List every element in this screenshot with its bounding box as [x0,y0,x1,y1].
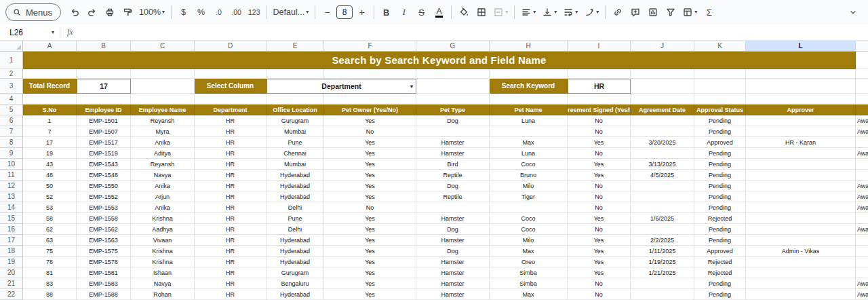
table-cell[interactable]: No [568,191,631,202]
cell[interactable] [23,69,77,79]
cell[interactable] [195,69,267,79]
table-cell[interactable]: Yes [324,267,416,278]
select-all-corner[interactable] [0,41,23,52]
name-box[interactable]: L26 ▾ [0,24,58,40]
table-cell[interactable]: EMP-1575 [77,246,131,257]
cell[interactable] [416,69,490,79]
table-header-5[interactable]: Pet Owner (Yes/No) [324,105,416,115]
font-family-select[interactable]: Defaul...▾ [271,3,312,21]
table-cell[interactable] [490,126,568,137]
table-cell-overflow[interactable]: Awa [856,202,868,213]
table-cell[interactable]: Yes [324,148,416,159]
table-cell[interactable] [631,289,694,300]
table-cell[interactable] [746,278,856,289]
table-cell[interactable] [631,115,694,126]
table-cell[interactable]: Yes [324,235,416,246]
table-cell[interactable]: 1/11/2025 [631,246,694,257]
row-header-10[interactable]: 10 [0,159,23,170]
table-cell[interactable]: EMP-1507 [77,126,131,137]
table-cell[interactable]: Arjun [131,191,195,202]
font-size-decrease-button[interactable]: − [319,3,336,21]
table-cell[interactable]: Hamster [416,278,490,289]
table-cell-overflow[interactable] [856,246,868,257]
table-cell[interactable]: EMP-1519 [77,148,131,159]
table-cell[interactable]: EMP-1563 [77,235,131,246]
title-banner-cell[interactable]: Search by Search Keyword and Field Name [23,52,856,69]
cell[interactable] [631,79,694,94]
increase-decimal-button[interactable]: .00 [228,3,245,21]
table-cell[interactable] [746,267,856,278]
table-cell[interactable]: Dog [416,181,490,191]
table-cell[interactable]: EMP-1581 [77,267,131,278]
table-cell[interactable]: Pending [694,148,746,159]
table-cell[interactable]: No [568,224,631,235]
table-cell[interactable] [746,115,856,126]
table-cell[interactable] [746,126,856,137]
table-cell[interactable]: EMP-1558 [77,213,131,224]
table-cell[interactable] [746,213,856,224]
table-cell[interactable]: EMP-1588 [77,289,131,300]
table-cell[interactable]: Coco [490,159,568,170]
table-cell[interactable]: Pending [694,115,746,126]
table-cell[interactable]: Max [490,246,568,257]
table-cell[interactable]: Simba [490,267,568,278]
table-cell[interactable] [631,202,694,213]
row-header-3[interactable]: 3 [0,79,23,94]
cell[interactable] [694,79,746,94]
table-cell-overflow[interactable] [856,235,868,246]
table-cell[interactable]: Pending [694,289,746,300]
search-keyword-value[interactable]: HR [568,79,631,94]
table-cell[interactable]: Anika [131,137,195,148]
table-cell[interactable]: Yes [568,137,631,148]
cell[interactable] [631,94,694,105]
create-filter-button[interactable] [662,3,679,21]
row-header-14[interactable]: 14 [0,202,23,213]
row-header-11[interactable]: 11 [0,170,23,181]
table-header-0[interactable]: S.No [23,105,77,115]
table-cell[interactable]: Luna [490,115,568,126]
table-cell[interactable]: Pune [267,137,324,148]
vertical-align-button[interactable]: ▾ [539,3,559,21]
table-cell[interactable] [746,191,856,202]
table-cell[interactable]: Yes [324,224,416,235]
table-cell[interactable] [416,202,490,213]
table-cell-overflow[interactable] [856,213,868,224]
table-cell[interactable]: Bird [416,159,490,170]
table-cell[interactable]: Gurugram [267,267,324,278]
table-cell[interactable]: Hamster [416,137,490,148]
table-cell-overflow[interactable]: Awai [856,191,868,202]
percent-format-button[interactable]: % [193,3,210,21]
table-cell[interactable]: Pending [694,170,746,181]
column-header-K[interactable]: K [694,41,746,52]
cell[interactable] [856,69,868,79]
table-cell-overflow[interactable] [856,257,868,267]
table-cell[interactable]: Yes [324,170,416,181]
row-header-18[interactable]: 18 [0,246,23,257]
table-cell[interactable]: EMP-1501 [77,115,131,126]
collapse-toolbar-button[interactable] [844,3,861,21]
text-wrap-button[interactable]: ▾ [560,3,580,21]
table-cell[interactable]: Rohan [131,289,195,300]
table-cell[interactable]: Gurugram [267,115,324,126]
table-cell[interactable]: Delhi [267,202,324,213]
table-cell[interactable]: HR - Karan [746,137,856,148]
table-cell[interactable]: HR [195,213,267,224]
table-cell[interactable]: HR [195,170,267,181]
font-size-increase-button[interactable]: + [353,3,370,21]
table-cell[interactable]: No [568,278,631,289]
table-cell[interactable]: Yes [324,159,416,170]
table-cell[interactable]: 1/19/2025 [631,257,694,267]
cell[interactable] [490,69,568,79]
table-header-3[interactable]: Department [195,105,267,115]
table-cell[interactable]: HR [195,191,267,202]
fill-color-button[interactable] [455,3,472,21]
table-cell-overflow[interactable] [856,159,868,170]
table-cell[interactable]: Delhi [267,224,324,235]
table-cell[interactable]: Coco [490,213,568,224]
table-cell[interactable]: 17 [23,137,77,148]
table-cell[interactable]: Max [490,137,568,148]
table-cell[interactable]: Yes [324,115,416,126]
table-cell[interactable]: Anika [131,181,195,191]
table-cell[interactable]: 62 [23,224,77,235]
cell[interactable] [746,79,856,94]
